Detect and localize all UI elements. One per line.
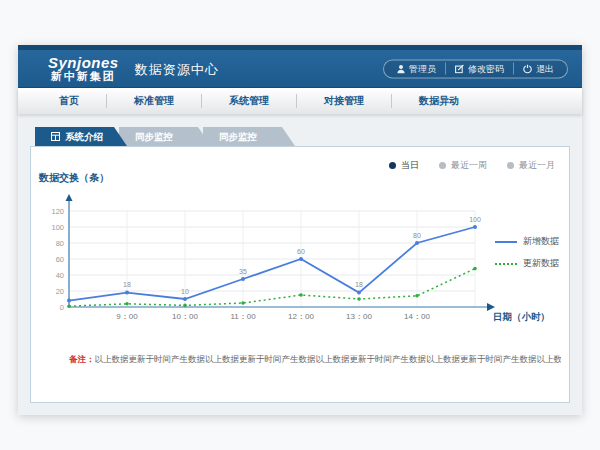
tab-system-intro[interactable]: 系统介绍 bbox=[35, 127, 127, 146]
svg-text:18: 18 bbox=[355, 281, 363, 288]
svg-text:35: 35 bbox=[239, 268, 247, 275]
svg-text:20: 20 bbox=[56, 287, 64, 296]
logo-brand-text: Synjones bbox=[48, 55, 119, 71]
svg-text:60: 60 bbox=[56, 255, 64, 264]
y-axis-label: 数据交换（条） bbox=[39, 171, 109, 185]
svg-text:14：00: 14：00 bbox=[404, 312, 430, 321]
filter-today[interactable]: 当日 bbox=[389, 159, 419, 172]
tab-label: 同步监控 bbox=[219, 127, 257, 146]
company-logo: Synjones 新中新集团 bbox=[48, 55, 119, 82]
footnote-prefix: 备注： bbox=[69, 354, 95, 364]
legend-item-new-data: 新增数据 bbox=[495, 235, 559, 248]
nav-item-home[interactable]: 首页 bbox=[32, 94, 106, 108]
logout-button[interactable]: 退出 bbox=[513, 63, 563, 75]
legend-label: 新增数据 bbox=[523, 235, 559, 248]
user-menu: 管理员 修改密码 退出 bbox=[383, 59, 568, 78]
svg-text:10: 10 bbox=[181, 288, 189, 295]
tab-label: 系统介绍 bbox=[65, 127, 103, 146]
svg-text:120: 120 bbox=[51, 207, 64, 216]
svg-text:18: 18 bbox=[123, 281, 131, 288]
svg-text:60: 60 bbox=[297, 248, 305, 255]
svg-text:80: 80 bbox=[413, 232, 421, 239]
radio-icon bbox=[389, 162, 396, 169]
svg-text:日期（小时）: 日期（小时） bbox=[493, 311, 550, 323]
radio-icon bbox=[507, 162, 514, 169]
svg-text:80: 80 bbox=[56, 239, 64, 248]
power-icon bbox=[523, 64, 532, 73]
legend-swatch-solid bbox=[495, 241, 517, 243]
desktop: { "header": { "logo_line1": "Synjones", … bbox=[0, 0, 600, 450]
footnote-text: 以上数据更新于时间产生数据以上数据更新于时间产生数据以上数据更新于时间产生数据以… bbox=[95, 354, 562, 364]
legend-label: 更新数据 bbox=[523, 257, 559, 270]
svg-text:10：00: 10：00 bbox=[172, 312, 198, 321]
chart-legend: 新增数据 更新数据 bbox=[495, 235, 559, 279]
tab-sync-monitor-1[interactable]: 同步监控 bbox=[119, 127, 211, 146]
svg-text:11：00: 11：00 bbox=[230, 312, 256, 321]
radio-icon bbox=[439, 162, 446, 169]
change-password-label: 修改密码 bbox=[468, 62, 504, 75]
edit-icon bbox=[455, 64, 464, 73]
line-chart: 0204060801001209：0010：0011：0012：0013：001… bbox=[31, 191, 551, 333]
tab-sync-monitor-2[interactable]: 同步监控 bbox=[203, 127, 295, 146]
user-icon bbox=[397, 64, 405, 73]
legend-swatch-dotted bbox=[495, 263, 517, 265]
time-range-filter: 当日 最近一周 最近一月 bbox=[369, 159, 555, 172]
svg-text:40: 40 bbox=[56, 271, 64, 280]
tab-label: 同步监控 bbox=[135, 127, 173, 146]
logout-label: 退出 bbox=[536, 62, 554, 75]
change-password-button[interactable]: 修改密码 bbox=[445, 63, 513, 75]
filter-label: 当日 bbox=[401, 159, 419, 172]
app-header: Synjones 新中新集团 数据资源中心 管理员 修改密码 退出 bbox=[18, 45, 582, 88]
footnote: 备注：以上数据更新于时间产生数据以上数据更新于时间产生数据以上数据更新于时间产生… bbox=[69, 354, 561, 365]
main-nav: 首页 标准管理 系统管理 对接管理 数据异动 bbox=[18, 88, 582, 114]
filter-last-week[interactable]: 最近一周 bbox=[439, 159, 487, 172]
svg-text:100: 100 bbox=[51, 223, 64, 232]
nav-item-system-mgmt[interactable]: 系统管理 bbox=[201, 94, 296, 108]
filter-last-month[interactable]: 最近一月 bbox=[507, 159, 555, 172]
nav-item-data-change[interactable]: 数据异动 bbox=[391, 94, 486, 108]
svg-text:9：00: 9：00 bbox=[116, 312, 138, 321]
tab-bar: 系统介绍 同步监控 同步监控 bbox=[35, 127, 295, 146]
admin-label: 管理员 bbox=[409, 62, 436, 75]
filter-label: 最近一周 bbox=[451, 159, 487, 172]
svg-text:0: 0 bbox=[60, 303, 64, 312]
nav-item-standard-mgmt[interactable]: 标准管理 bbox=[106, 94, 201, 108]
svg-text:13：00: 13：00 bbox=[346, 312, 372, 321]
filter-label: 最近一月 bbox=[519, 159, 555, 172]
svg-text:100: 100 bbox=[469, 216, 481, 223]
svg-text:12：00: 12：00 bbox=[288, 312, 314, 321]
nav-item-connection-mgmt[interactable]: 对接管理 bbox=[296, 94, 391, 108]
page-title: 数据资源中心 bbox=[135, 59, 219, 79]
app-window: Synjones 新中新集团 数据资源中心 管理员 修改密码 退出 首页 标准管… bbox=[18, 45, 582, 415]
content-panel: 当日 最近一周 最近一月 数据交换（条） 0204060801001209：00… bbox=[30, 146, 570, 403]
document-icon bbox=[51, 132, 60, 141]
logo-company-text: 新中新集团 bbox=[48, 71, 119, 83]
legend-item-update-data: 更新数据 bbox=[495, 257, 559, 270]
admin-user-button[interactable]: 管理员 bbox=[388, 63, 445, 75]
